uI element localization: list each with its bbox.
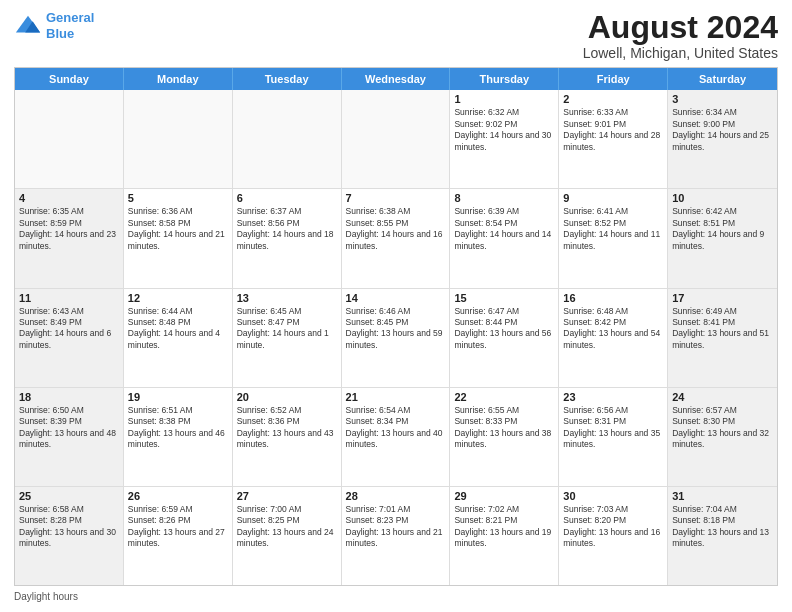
- day-number: 15: [454, 292, 554, 304]
- calendar-cell-20: 20Sunrise: 6:52 AM Sunset: 8:36 PM Dayli…: [233, 388, 342, 486]
- logo-text: General Blue: [46, 10, 94, 41]
- day-number: 28: [346, 490, 446, 502]
- calendar-body: 1Sunrise: 6:32 AM Sunset: 9:02 PM Daylig…: [15, 90, 777, 585]
- calendar-cell-4: 4Sunrise: 6:35 AM Sunset: 8:59 PM Daylig…: [15, 189, 124, 287]
- day-number: 10: [672, 192, 773, 204]
- calendar-week-3: 11Sunrise: 6:43 AM Sunset: 8:49 PM Dayli…: [15, 289, 777, 388]
- calendar-week-4: 18Sunrise: 6:50 AM Sunset: 8:39 PM Dayli…: [15, 388, 777, 487]
- day-info: Sunrise: 6:34 AM Sunset: 9:00 PM Dayligh…: [672, 107, 773, 153]
- day-info: Sunrise: 7:03 AM Sunset: 8:20 PM Dayligh…: [563, 504, 663, 550]
- day-number: 7: [346, 192, 446, 204]
- day-info: Sunrise: 6:44 AM Sunset: 8:48 PM Dayligh…: [128, 306, 228, 352]
- calendar-cell-12: 12Sunrise: 6:44 AM Sunset: 8:48 PM Dayli…: [124, 289, 233, 387]
- calendar-cell-27: 27Sunrise: 7:00 AM Sunset: 8:25 PM Dayli…: [233, 487, 342, 585]
- day-number: 22: [454, 391, 554, 403]
- calendar-week-2: 4Sunrise: 6:35 AM Sunset: 8:59 PM Daylig…: [15, 189, 777, 288]
- day-info: Sunrise: 6:48 AM Sunset: 8:42 PM Dayligh…: [563, 306, 663, 352]
- day-number: 8: [454, 192, 554, 204]
- day-number: 31: [672, 490, 773, 502]
- day-info: Sunrise: 6:50 AM Sunset: 8:39 PM Dayligh…: [19, 405, 119, 451]
- day-info: Sunrise: 7:02 AM Sunset: 8:21 PM Dayligh…: [454, 504, 554, 550]
- calendar-cell-9: 9Sunrise: 6:41 AM Sunset: 8:52 PM Daylig…: [559, 189, 668, 287]
- day-info: Sunrise: 6:32 AM Sunset: 9:02 PM Dayligh…: [454, 107, 554, 153]
- day-header-tuesday: Tuesday: [233, 68, 342, 90]
- day-info: Sunrise: 6:39 AM Sunset: 8:54 PM Dayligh…: [454, 206, 554, 252]
- calendar-cell-28: 28Sunrise: 7:01 AM Sunset: 8:23 PM Dayli…: [342, 487, 451, 585]
- day-info: Sunrise: 6:41 AM Sunset: 8:52 PM Dayligh…: [563, 206, 663, 252]
- day-number: 18: [19, 391, 119, 403]
- day-number: 4: [19, 192, 119, 204]
- calendar-cell-15: 15Sunrise: 6:47 AM Sunset: 8:44 PM Dayli…: [450, 289, 559, 387]
- day-number: 9: [563, 192, 663, 204]
- day-info: Sunrise: 6:33 AM Sunset: 9:01 PM Dayligh…: [563, 107, 663, 153]
- calendar-cell-1: 1Sunrise: 6:32 AM Sunset: 9:02 PM Daylig…: [450, 90, 559, 188]
- day-header-friday: Friday: [559, 68, 668, 90]
- day-info: Sunrise: 6:43 AM Sunset: 8:49 PM Dayligh…: [19, 306, 119, 352]
- calendar-title: August 2024: [583, 10, 778, 45]
- day-header-saturday: Saturday: [668, 68, 777, 90]
- calendar-cell-22: 22Sunrise: 6:55 AM Sunset: 8:33 PM Dayli…: [450, 388, 559, 486]
- calendar-cell-18: 18Sunrise: 6:50 AM Sunset: 8:39 PM Dayli…: [15, 388, 124, 486]
- day-info: Sunrise: 6:54 AM Sunset: 8:34 PM Dayligh…: [346, 405, 446, 451]
- day-number: 30: [563, 490, 663, 502]
- calendar-week-1: 1Sunrise: 6:32 AM Sunset: 9:02 PM Daylig…: [15, 90, 777, 189]
- day-number: 27: [237, 490, 337, 502]
- calendar-cell-empty: [342, 90, 451, 188]
- day-number: 16: [563, 292, 663, 304]
- day-number: 1: [454, 93, 554, 105]
- calendar-cell-empty: [124, 90, 233, 188]
- footer-label: Daylight hours: [14, 591, 78, 602]
- day-info: Sunrise: 6:46 AM Sunset: 8:45 PM Dayligh…: [346, 306, 446, 352]
- day-number: 17: [672, 292, 773, 304]
- day-info: Sunrise: 6:51 AM Sunset: 8:38 PM Dayligh…: [128, 405, 228, 451]
- day-header-monday: Monday: [124, 68, 233, 90]
- day-number: 21: [346, 391, 446, 403]
- calendar-cell-24: 24Sunrise: 6:57 AM Sunset: 8:30 PM Dayli…: [668, 388, 777, 486]
- day-header-sunday: Sunday: [15, 68, 124, 90]
- day-number: 5: [128, 192, 228, 204]
- day-info: Sunrise: 6:58 AM Sunset: 8:28 PM Dayligh…: [19, 504, 119, 550]
- day-header-wednesday: Wednesday: [342, 68, 451, 90]
- day-info: Sunrise: 6:49 AM Sunset: 8:41 PM Dayligh…: [672, 306, 773, 352]
- day-number: 13: [237, 292, 337, 304]
- page: General Blue August 2024 Lowell, Michiga…: [0, 0, 792, 612]
- day-number: 12: [128, 292, 228, 304]
- day-number: 14: [346, 292, 446, 304]
- calendar-cell-23: 23Sunrise: 6:56 AM Sunset: 8:31 PM Dayli…: [559, 388, 668, 486]
- calendar-subtitle: Lowell, Michigan, United States: [583, 45, 778, 61]
- day-info: Sunrise: 6:38 AM Sunset: 8:55 PM Dayligh…: [346, 206, 446, 252]
- day-info: Sunrise: 6:47 AM Sunset: 8:44 PM Dayligh…: [454, 306, 554, 352]
- day-info: Sunrise: 6:56 AM Sunset: 8:31 PM Dayligh…: [563, 405, 663, 451]
- calendar-cell-16: 16Sunrise: 6:48 AM Sunset: 8:42 PM Dayli…: [559, 289, 668, 387]
- header: General Blue August 2024 Lowell, Michiga…: [14, 10, 778, 61]
- day-info: Sunrise: 6:37 AM Sunset: 8:56 PM Dayligh…: [237, 206, 337, 252]
- calendar-week-5: 25Sunrise: 6:58 AM Sunset: 8:28 PM Dayli…: [15, 487, 777, 585]
- day-info: Sunrise: 7:04 AM Sunset: 8:18 PM Dayligh…: [672, 504, 773, 550]
- logo: General Blue: [14, 10, 94, 41]
- calendar-cell-3: 3Sunrise: 6:34 AM Sunset: 9:00 PM Daylig…: [668, 90, 777, 188]
- calendar-cell-empty: [233, 90, 342, 188]
- calendar-cell-26: 26Sunrise: 6:59 AM Sunset: 8:26 PM Dayli…: [124, 487, 233, 585]
- calendar-cell-14: 14Sunrise: 6:46 AM Sunset: 8:45 PM Dayli…: [342, 289, 451, 387]
- calendar-cell-30: 30Sunrise: 7:03 AM Sunset: 8:20 PM Dayli…: [559, 487, 668, 585]
- day-info: Sunrise: 6:45 AM Sunset: 8:47 PM Dayligh…: [237, 306, 337, 352]
- calendar-cell-11: 11Sunrise: 6:43 AM Sunset: 8:49 PM Dayli…: [15, 289, 124, 387]
- day-info: Sunrise: 6:59 AM Sunset: 8:26 PM Dayligh…: [128, 504, 228, 550]
- calendar-cell-17: 17Sunrise: 6:49 AM Sunset: 8:41 PM Dayli…: [668, 289, 777, 387]
- day-number: 11: [19, 292, 119, 304]
- day-number: 29: [454, 490, 554, 502]
- day-info: Sunrise: 6:35 AM Sunset: 8:59 PM Dayligh…: [19, 206, 119, 252]
- day-info: Sunrise: 7:00 AM Sunset: 8:25 PM Dayligh…: [237, 504, 337, 550]
- day-info: Sunrise: 6:52 AM Sunset: 8:36 PM Dayligh…: [237, 405, 337, 451]
- calendar-cell-5: 5Sunrise: 6:36 AM Sunset: 8:58 PM Daylig…: [124, 189, 233, 287]
- logo-general: General: [46, 10, 94, 25]
- calendar-cell-10: 10Sunrise: 6:42 AM Sunset: 8:51 PM Dayli…: [668, 189, 777, 287]
- calendar-cell-2: 2Sunrise: 6:33 AM Sunset: 9:01 PM Daylig…: [559, 90, 668, 188]
- title-block: August 2024 Lowell, Michigan, United Sta…: [583, 10, 778, 61]
- logo-blue: Blue: [46, 26, 74, 41]
- day-number: 23: [563, 391, 663, 403]
- calendar-cell-25: 25Sunrise: 6:58 AM Sunset: 8:28 PM Dayli…: [15, 487, 124, 585]
- calendar-cell-6: 6Sunrise: 6:37 AM Sunset: 8:56 PM Daylig…: [233, 189, 342, 287]
- day-number: 2: [563, 93, 663, 105]
- calendar-cell-empty: [15, 90, 124, 188]
